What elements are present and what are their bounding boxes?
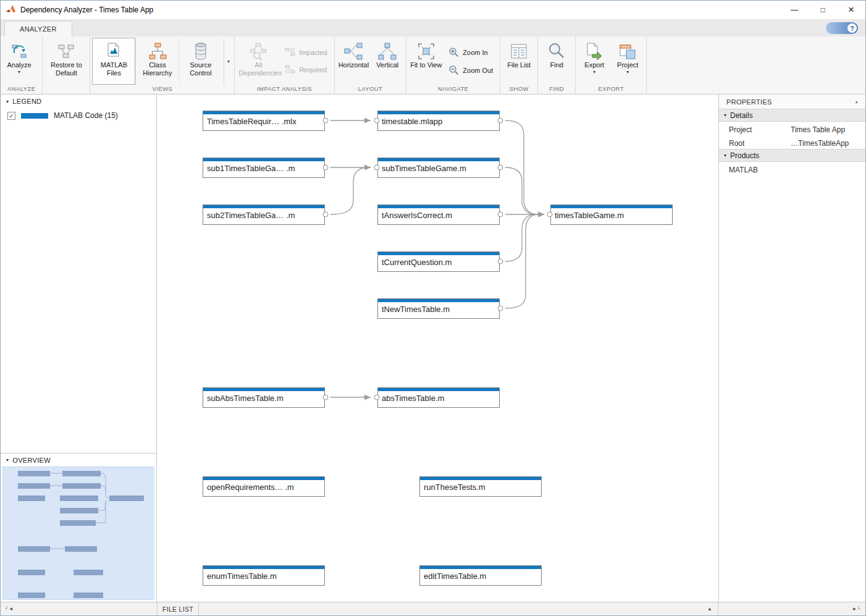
help-icon[interactable]: ?: [847, 23, 857, 33]
node-label: subTimesTableGame.m: [378, 161, 499, 173]
ribbon-section-label: EXPORT: [578, 85, 644, 94]
file-list-toggle[interactable]: FILE LIST: [158, 602, 199, 615]
ribbon-tabstrip: ANALYZER ?: [1, 19, 865, 36]
button-label: Source Control: [181, 61, 220, 77]
properties-section-header-products[interactable]: ▾Products: [719, 149, 865, 162]
button-label: Required: [299, 66, 327, 74]
restore-to-default-button[interactable]: Restore to Default: [44, 38, 88, 85]
window-controls: — □ ×: [780, 1, 865, 19]
status-bar-middle: ▲: [199, 602, 718, 615]
close-button[interactable]: ×: [837, 1, 865, 19]
properties-sections: ▾DetailsProjectTimes Table AppRoot…Times…: [719, 109, 865, 175]
analyze-button[interactable]: Analyze▾: [2, 38, 36, 85]
restore-default-icon: [57, 41, 75, 61]
main-area: ▾ LEGEND ✓MATLAB Code (15) ▾ OVERVIEW Ti…: [1, 95, 865, 602]
minimap-node: [60, 520, 96, 526]
legend-header[interactable]: ▾ LEGEND: [1, 95, 156, 108]
graph-node-timestable[interactable]: timestable.mlapp: [377, 111, 500, 131]
class-hierarchy-icon: [148, 41, 167, 61]
ribbon-section-navigate: Fit to ViewZoom InZoom OutNAVIGATE: [406, 36, 500, 94]
section-title: Products: [730, 151, 759, 160]
collapse-right-panel-icon[interactable]: ►└: [852, 606, 860, 612]
zoom-out-button[interactable]: Zoom Out: [448, 65, 493, 76]
ribbon-section-views: MATLAB FilesClass HierarchySource Contro…: [90, 36, 235, 94]
collapse-properties-icon[interactable]: ▴: [855, 99, 858, 104]
find-button[interactable]: Find: [540, 38, 573, 85]
dependency-edge-tNewTimesTable-timesTableGame[interactable]: [505, 214, 544, 308]
dependency-edge-sub2TimesTableGame-subTimesTableGame[interactable]: [330, 167, 371, 214]
graph-node-runTheseTests[interactable]: runTheseTests.m: [419, 476, 542, 497]
ribbon-section-label: ANALYZE: [2, 85, 40, 94]
button-label: Project: [617, 61, 638, 69]
expand-bottom-panel-icon[interactable]: ▲: [707, 606, 712, 612]
horizontal-button[interactable]: Horizontal: [337, 38, 371, 85]
dependency-edge-subTimesTableGame-timesTableGame[interactable]: [505, 167, 544, 214]
graph-canvas[interactable]: TimesTableRequir… .mlxtimestable.mlappsu…: [157, 95, 718, 602]
graph-node-subTimesTableGame[interactable]: subTimesTableGame.m: [377, 158, 500, 178]
all-dependencies-button[interactable]: All Dependencies: [237, 38, 280, 85]
matlab-files-button[interactable]: MATLAB Files: [92, 38, 135, 85]
graph-node-timesTableGame[interactable]: timesTableGame.m: [550, 205, 673, 225]
project-button[interactable]: Project▾: [611, 38, 644, 85]
file-list-button[interactable]: File List: [502, 38, 536, 85]
status-bar-right: ►└: [718, 602, 865, 615]
collapse-left-panel-icon[interactable]: ┘◄: [5, 606, 14, 612]
minimap-edge: [101, 486, 106, 492]
button-label: Class Hierarchy: [138, 61, 177, 77]
horizontal-layout-icon: [343, 41, 363, 61]
graph-node-sub1TimesTableGame[interactable]: sub1TimesTableGa… .m: [203, 158, 325, 178]
button-label: Find: [550, 61, 563, 69]
class-hierarchy-button[interactable]: Class Hierarchy: [135, 38, 179, 85]
fit-to-view-button[interactable]: Fit to View: [408, 38, 444, 85]
graph-node-sub2TimesTableGame[interactable]: sub2TimesTableGa… .m: [203, 205, 325, 225]
ribbon-section-export: Export▾Project▾EXPORT: [576, 36, 647, 94]
chevron-down-icon: ▾: [724, 112, 726, 118]
minimap-node: [65, 546, 97, 552]
properties-title-text: PROPERTIES: [726, 98, 772, 106]
impacted-button[interactable]: Impacted: [285, 48, 327, 58]
properties-section-header-details[interactable]: ▾Details: [719, 109, 865, 122]
graph-node-editTimesTable[interactable]: editTimesTable.m: [419, 565, 542, 586]
ribbon-section-label: IMPACT ANALYSIS: [237, 85, 332, 94]
maximize-button[interactable]: □: [809, 1, 837, 19]
overview-minimap[interactable]: [2, 466, 154, 600]
project-icon: [618, 41, 637, 61]
impacted-icon: [285, 48, 295, 58]
minimap-node: [74, 593, 103, 598]
graph-node-timesTableRequirements[interactable]: TimesTableRequir… .mlx: [203, 111, 325, 131]
required-button[interactable]: Required: [285, 65, 327, 75]
zoom-in-button[interactable]: Zoom In: [448, 47, 493, 58]
property-value: Times Table App: [791, 125, 845, 134]
tab-analyzer[interactable]: ANALYZER: [4, 21, 72, 36]
source-control-button[interactable]: Source Control: [179, 38, 222, 85]
help-pill[interactable]: ?: [826, 22, 858, 34]
ribbon-section-label: LAYOUT: [337, 85, 405, 94]
node-label: subAbsTimesTable.m: [203, 391, 324, 403]
ribbon-section-impact-analysis: All DependenciesImpactedRequiredIMPACT A…: [235, 36, 334, 94]
dependency-edge-timestable-timesTableGame[interactable]: [505, 120, 544, 214]
button-label: Export: [584, 61, 604, 69]
matlab-files-icon: [104, 41, 124, 61]
button-label: Vertical: [376, 61, 398, 69]
node-label: enumTimesTable.m: [203, 569, 324, 581]
graph-node-absTimesTable[interactable]: absTimesTable.m: [377, 387, 500, 408]
analyze-icon: [11, 41, 28, 61]
minimap-graphic: [3, 467, 154, 599]
vertical-button[interactable]: Vertical: [371, 38, 404, 85]
overview-header[interactable]: ▾ OVERVIEW: [1, 453, 156, 466]
export-button[interactable]: Export▾: [578, 38, 611, 85]
dependency-edge-tCurrentQuestion-timesTableGame[interactable]: [505, 214, 544, 261]
node-label: tAnswerIsCorrect.m: [378, 208, 499, 220]
graph-node-enumTimesTable[interactable]: enumTimesTable.m: [203, 565, 325, 586]
graph-node-subAbsTimesTable[interactable]: subAbsTimesTable.m: [203, 387, 325, 408]
graph-node-tCurrentQuestion[interactable]: tCurrentQuestion.m: [377, 251, 500, 272]
views-gallery-dropdown[interactable]: ▾: [224, 38, 232, 85]
ribbon-section-label: SHOW: [502, 85, 536, 94]
graph-node-tAnswerIsCorrect[interactable]: tAnswerIsCorrect.m: [377, 205, 500, 225]
graph-node-tNewTimesTable[interactable]: tNewTimesTable.m: [377, 298, 500, 319]
graph-node-openRequirements[interactable]: openRequirements… .m: [203, 476, 325, 497]
ribbon-section-label: NAVIGATE: [408, 85, 498, 94]
legend-checkbox[interactable]: ✓: [7, 112, 15, 120]
minimize-button[interactable]: —: [780, 1, 809, 19]
dependency-analyzer-window: Dependency Analyzer - Times Table App — …: [0, 0, 866, 616]
